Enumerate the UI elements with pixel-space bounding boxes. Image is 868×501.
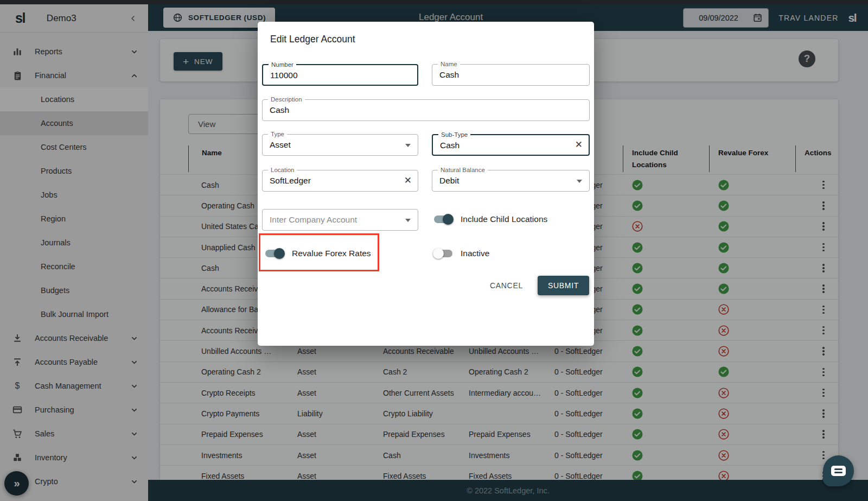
- revalue-forex-rates-toggle-row: Revalue Forex Rates: [265, 249, 371, 258]
- subtype-field[interactable]: Sub-Type Cash ✕: [432, 134, 590, 156]
- cancel-button[interactable]: CANCEL: [490, 281, 523, 290]
- natural-balance-select[interactable]: Natural Balance Debit: [432, 170, 590, 192]
- inactive-toggle[interactable]: [434, 250, 452, 257]
- clear-icon[interactable]: ✕: [575, 139, 583, 150]
- intercompany-select[interactable]: Inter Company Account: [262, 209, 418, 231]
- name-field[interactable]: Name Cash: [432, 64, 590, 86]
- chat-widget-button[interactable]: [823, 455, 854, 486]
- chat-icon: [831, 466, 846, 476]
- description-field[interactable]: Description Cash: [262, 99, 590, 121]
- chevron-down-icon[interactable]: [577, 180, 582, 183]
- modal-title: Edit Ledger Account: [270, 34, 355, 45]
- type-select[interactable]: Type Asset: [262, 134, 418, 156]
- chevron-down-icon[interactable]: [405, 219, 411, 222]
- number-field[interactable]: Number 110000: [262, 64, 418, 86]
- modal-actions: CANCEL SUBMIT: [490, 276, 589, 295]
- location-field[interactable]: Location SoftLedger ✕: [262, 170, 418, 192]
- include-child-locations-toggle[interactable]: [434, 215, 452, 223]
- submit-button[interactable]: SUBMIT: [538, 276, 589, 295]
- clear-icon[interactable]: ✕: [404, 175, 412, 186]
- edit-ledger-account-modal: Edit Ledger Account Number 110000 Name C…: [258, 22, 594, 346]
- revalue-forex-rates-toggle[interactable]: [265, 250, 284, 257]
- inactive-toggle-row: Inactive: [434, 249, 489, 258]
- include-child-locations-toggle-row: Include Child Locations: [434, 214, 547, 224]
- chevron-down-icon[interactable]: [405, 144, 411, 147]
